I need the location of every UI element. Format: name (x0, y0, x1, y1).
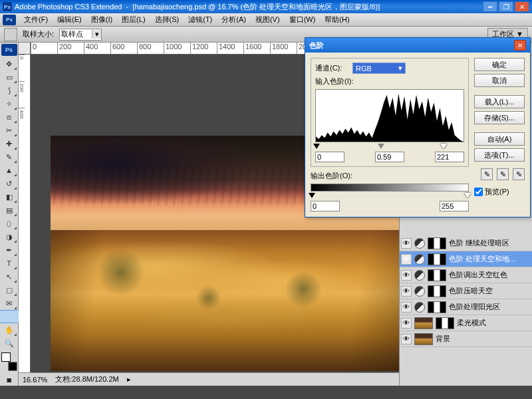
zoom-tool[interactable]: 🔍 (1, 336, 17, 350)
menu-image[interactable]: 图像(I) (87, 13, 116, 26)
layer-name[interactable]: 色阶处理阳光区 (449, 302, 531, 312)
black-eyedropper[interactable]: ✎ (481, 168, 493, 180)
ruler-vertical[interactable]: 0200400 (19, 55, 31, 386)
visibility-toggle[interactable]: 👁 (401, 270, 412, 281)
path-tool[interactable]: ↖ (1, 270, 17, 283)
zoom-readout[interactable]: 16.67% (23, 376, 47, 384)
type-tool[interactable]: T (1, 257, 17, 270)
layer-name[interactable]: 色阶压暗天空 (449, 286, 531, 296)
slice-tool[interactable]: ✂ (1, 124, 17, 137)
output-black-slider[interactable] (309, 193, 315, 198)
color-swatches[interactable] (1, 352, 17, 371)
output-white-slider[interactable] (464, 193, 471, 198)
menu-view[interactable]: 视图(V) (251, 13, 284, 26)
histogram[interactable] (315, 89, 464, 142)
eraser-tool[interactable]: ◧ (1, 190, 17, 203)
black-point-slider[interactable] (313, 144, 320, 149)
maximize-button[interactable]: ❐ (499, 1, 513, 12)
input-black-field[interactable] (315, 152, 344, 162)
menu-layer[interactable]: 图层(L) (118, 13, 149, 26)
crop-tool[interactable]: ⧈ (1, 110, 17, 124)
layer-name[interactable]: 色阶 继续处理暗区 (449, 238, 531, 248)
layer-name[interactable]: 色阶 处理天空和地... (449, 254, 531, 264)
heal-tool[interactable]: ✚ (1, 137, 17, 150)
minimize-button[interactable]: ━ (483, 1, 497, 12)
layer-row[interactable]: 👁色阶处理阳光区 (400, 299, 532, 315)
dodge-tool[interactable]: ◑ (1, 230, 17, 243)
input-gamma-field[interactable] (375, 152, 404, 162)
menu-window[interactable]: 窗口(W) (285, 13, 320, 26)
output-gradient[interactable] (311, 184, 469, 192)
quickmask-toggle[interactable]: ◙ (1, 374, 17, 386)
dialog-titlebar[interactable]: 色阶 ✕ (305, 38, 530, 53)
mask-thumbnail[interactable] (436, 317, 454, 329)
visibility-toggle[interactable]: 👁 (401, 286, 412, 297)
history-brush-tool[interactable]: ↺ (1, 177, 17, 190)
channel-select[interactable]: RGB▾ (352, 63, 406, 74)
white-eyedropper[interactable]: ✎ (513, 168, 525, 180)
status-menu-arrow[interactable]: ▸ (127, 375, 131, 384)
blur-tool[interactable]: ⬯ (1, 217, 17, 230)
layer-name[interactable]: 色阶调出天空红色 (449, 270, 531, 280)
wand-tool[interactable]: ✧ (1, 97, 17, 110)
save-button[interactable]: 存储(S)... (474, 111, 525, 124)
move-tool[interactable]: ✥ (1, 57, 17, 70)
gradient-tool[interactable]: ▤ (1, 203, 17, 217)
visibility-toggle[interactable]: 👁 (401, 254, 412, 265)
visibility-toggle[interactable]: 👁 (401, 318, 412, 329)
layer-row[interactable]: 👁背景 (400, 331, 532, 347)
current-tool-preset[interactable] (4, 28, 17, 41)
menu-edit[interactable]: 编辑(E) (53, 13, 86, 26)
output-slider-track[interactable] (311, 193, 469, 200)
layer-thumbnail[interactable] (414, 317, 433, 329)
mask-thumbnail[interactable] (428, 253, 446, 265)
shape-tool[interactable]: ▢ (1, 283, 17, 297)
stamp-tool[interactable]: ▲ (1, 164, 17, 177)
cancel-button[interactable]: 取消 (474, 74, 525, 87)
auto-button[interactable]: 自动(A) (474, 132, 525, 146)
output-black-field[interactable] (311, 201, 340, 211)
output-white-field[interactable] (440, 201, 469, 211)
background-swatch[interactable] (8, 362, 17, 371)
layer-row[interactable]: 👁色阶调出天空红色 (400, 267, 532, 283)
load-button[interactable]: 载入(L)... (474, 95, 525, 108)
input-slider-track[interactable] (315, 144, 464, 150)
layer-row[interactable]: 👁色阶 继续处理暗区 (400, 235, 532, 251)
layer-row[interactable]: 👁柔光模式 (400, 315, 532, 331)
menu-select[interactable]: 选择(S) (151, 13, 184, 26)
mask-thumbnail[interactable] (428, 237, 446, 249)
layer-row[interactable]: 👁色阶 处理天空和地... (400, 251, 532, 267)
mask-thumbnail[interactable] (428, 301, 446, 313)
notes-tool[interactable]: ✉ (1, 297, 17, 310)
ruler-origin[interactable] (19, 43, 31, 55)
layer-name[interactable]: 柔光模式 (457, 318, 531, 328)
hand-tool[interactable]: ✋ (1, 323, 17, 336)
lasso-tool[interactable]: ⟆ (1, 84, 17, 97)
menu-analysis[interactable]: 分析(A) (217, 13, 250, 26)
marquee-tool[interactable]: ▭ (1, 70, 17, 84)
sample-size-combo[interactable]: ▾ (59, 29, 102, 41)
ok-button[interactable]: 确定 (474, 58, 525, 71)
menu-file[interactable]: 文件(F) (20, 13, 52, 26)
gray-eyedropper[interactable]: ✎ (497, 168, 509, 180)
dialog-close-button[interactable]: ✕ (514, 40, 526, 51)
mask-thumbnail[interactable] (428, 269, 446, 281)
input-white-field[interactable] (435, 152, 464, 162)
gamma-slider[interactable] (378, 144, 384, 149)
mask-thumbnail[interactable] (428, 285, 446, 297)
toolbox-header-icon[interactable]: Ps (1, 44, 17, 56)
menu-help[interactable]: 帮助(H) (321, 13, 353, 26)
options-button[interactable]: 选项(T)... (474, 148, 525, 162)
ps-menu-icon[interactable]: Ps (3, 15, 16, 25)
doc-size-readout[interactable]: 文档:28.8M/120.2M (55, 374, 118, 384)
layer-name[interactable]: 背景 (436, 334, 531, 344)
layer-thumbnail[interactable] (414, 333, 433, 345)
visibility-toggle[interactable]: 👁 (401, 238, 412, 249)
brush-tool[interactable]: ✎ (1, 150, 17, 164)
preview-checkbox[interactable]: 预览(P) (474, 187, 525, 197)
close-button[interactable]: ✕ (515, 1, 529, 12)
visibility-toggle[interactable]: 👁 (401, 302, 412, 313)
visibility-toggle[interactable]: 👁 (401, 334, 412, 344)
layer-row[interactable]: 👁色阶压暗天空 (400, 283, 532, 299)
pen-tool[interactable]: ✒ (1, 243, 17, 257)
